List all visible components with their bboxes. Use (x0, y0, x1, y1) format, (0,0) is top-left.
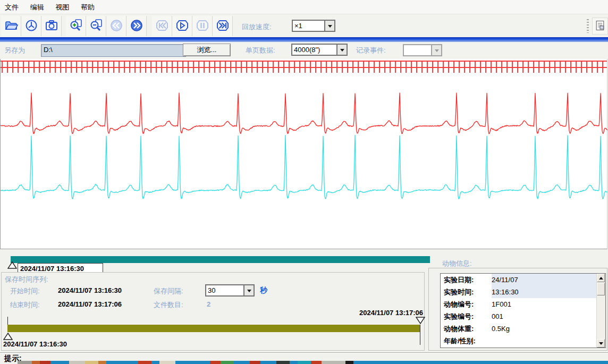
toolbar-separator-band (0, 37, 608, 42)
record-event-value (404, 45, 431, 55)
fast-forward-button[interactable] (213, 16, 233, 36)
desktop-taskbar-sliver (18, 361, 608, 364)
clock-icon (24, 19, 38, 34)
pause-icon (196, 19, 209, 34)
file-row: 另存为 D:\ 浏览... 单页数据: 4000(8") 记录事件: (0, 42, 608, 58)
progress-marker-handle[interactable] (7, 261, 17, 269)
page-data-label: 单页数据: (246, 46, 275, 55)
fast-forward-icon (216, 19, 230, 34)
start-time-label: 开始时间: (10, 286, 40, 296)
camera-icon (45, 19, 58, 34)
record-event-label: 记录事件: (356, 46, 386, 55)
scrollbar[interactable] (596, 274, 605, 348)
page-back-button[interactable] (106, 16, 126, 36)
playback-speed-select[interactable]: ×1 (292, 20, 335, 32)
list-item: 年龄/性别: (441, 335, 605, 347)
page-forward-icon (130, 19, 143, 34)
menu-edit[interactable]: 编辑 (26, 0, 49, 14)
list-item: 实验日期: 24/11/07 (441, 274, 605, 286)
animal-info-list: 实验日期: 24/11/07 实验时间: 13:16:30 动物编号: 1F00… (440, 273, 606, 348)
range-end-time: 2024/11/07 13:17:06 (319, 309, 423, 317)
list-item: 实验时间: 13:16:30 (441, 286, 605, 298)
animal-info-title: 动物信息: (442, 259, 472, 268)
record-event-select[interactable] (403, 44, 442, 56)
app-window: 文件 编辑 视图 帮助 (0, 0, 608, 364)
report-button[interactable] (592, 18, 608, 35)
channel-2-ecg (1, 136, 607, 199)
zoom-out-button[interactable] (86, 16, 106, 36)
start-time-value: 2024/11/07 13:16:30 (58, 286, 122, 294)
rewind-button[interactable] (152, 16, 172, 36)
interval-select[interactable]: 30 (205, 284, 255, 297)
scroll-up-button[interactable] (597, 274, 605, 282)
ecg-plot[interactable] (1, 73, 607, 249)
channel-1-ecg (1, 93, 607, 134)
rewind-icon (155, 19, 169, 34)
page-data-select[interactable]: 4000(8") (291, 44, 348, 56)
chevron-down-icon (431, 45, 441, 55)
save-range-slider[interactable] (7, 325, 420, 332)
page-back-icon (109, 19, 123, 34)
scrollbar-thumb[interactable] (597, 283, 605, 295)
interval-unit-label: 秒 (260, 286, 267, 295)
scroll-down-button[interactable] (597, 339, 605, 348)
menu-view[interactable]: 视图 (50, 0, 74, 14)
page-forward-button[interactable] (126, 16, 147, 36)
time-button[interactable] (21, 16, 41, 36)
file-count-label: 文件数目: (154, 300, 183, 310)
playback-speed-value: ×1 (293, 21, 324, 31)
list-item: 实验编号: 001 (441, 310, 605, 323)
menu-file[interactable]: 文件 (0, 0, 23, 14)
end-time-label: 结束时间: (10, 300, 40, 310)
pause-button[interactable] (192, 16, 213, 36)
range-start-time: 2024/11/07 13:16:30 (3, 340, 67, 348)
animal-info-panel: 实验日期: 24/11/07 实验时间: 13:16:30 动物编号: 1F00… (428, 268, 607, 351)
menu-bar: 文件 编辑 视图 帮助 (0, 0, 608, 14)
chevron-down-icon[interactable] (243, 285, 254, 295)
range-start-handle[interactable] (3, 333, 13, 341)
menu-help[interactable]: 帮助 (76, 0, 99, 14)
zoom-in-icon (69, 19, 83, 34)
chevron-down-icon[interactable] (336, 45, 347, 55)
list-item: 动物体重: 0.5Kg (441, 323, 605, 335)
playback-progress-bar[interactable] (11, 256, 430, 263)
toolbar-grip-handle[interactable] (587, 19, 589, 33)
file-count-value: 2 (207, 300, 210, 308)
time-ruler (1, 59, 607, 73)
interval-value: 30 (206, 285, 243, 295)
zoom-in-button[interactable] (66, 16, 86, 36)
interval-label: 保存间隔: (154, 286, 183, 296)
chevron-down-icon[interactable] (324, 21, 334, 31)
zoom-out-icon (89, 19, 103, 34)
open-file-button[interactable] (1, 16, 21, 36)
range-end-handle[interactable] (416, 317, 425, 325)
page-data-value: 4000(8") (292, 45, 336, 55)
save-path-field[interactable]: D:\ (41, 44, 186, 57)
open-folder-icon (4, 19, 18, 34)
toolbar: 回放速度: ×1 (0, 14, 608, 38)
play-button[interactable] (172, 16, 192, 36)
waveform-area (0, 59, 607, 249)
range-end-tick (420, 325, 420, 345)
save-as-label: 另存为 (4, 46, 25, 55)
save-series-panel: 保存时间序列: 开始时间: 2024/11/07 13:16:30 保存间隔: … (1, 272, 425, 351)
end-time-value: 2024/11/07 13:17:06 (58, 300, 122, 308)
browse-button[interactable]: 浏览... (183, 44, 231, 56)
play-icon (175, 19, 189, 34)
report-icon (594, 19, 606, 33)
list-item: 动物编号: 1F001 (441, 298, 605, 310)
save-series-title: 保存时间序列: (5, 275, 48, 284)
range-start-tick (7, 317, 8, 325)
playback-speed-label: 回放速度: (242, 22, 272, 32)
snapshot-button[interactable] (41, 16, 62, 36)
